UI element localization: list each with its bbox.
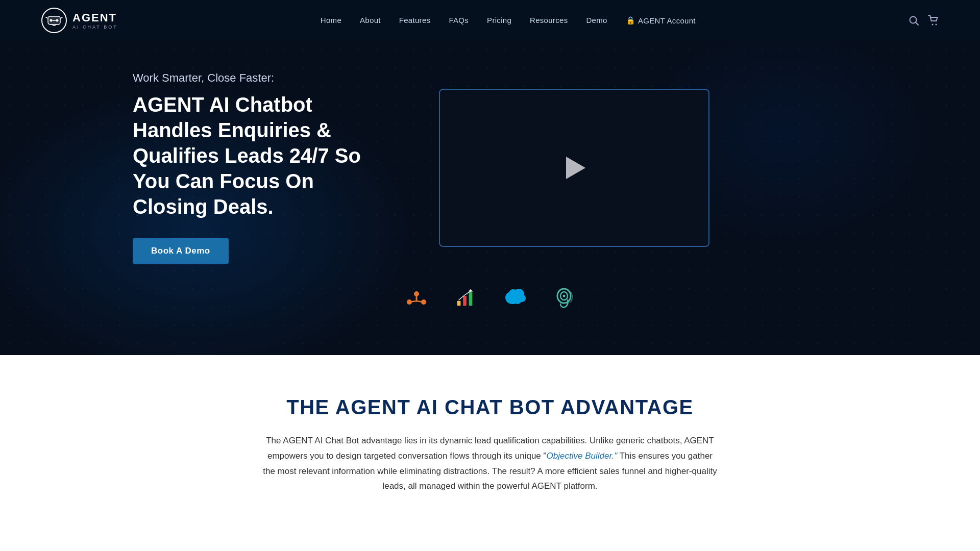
hero-wrapper: Work Smarter, Close Faster: AGENT AI Cha… bbox=[133, 71, 847, 314]
cart-icon bbox=[928, 15, 939, 26]
svg-point-9 bbox=[932, 24, 933, 26]
hero-content: Work Smarter, Close Faster: AGENT AI Cha… bbox=[133, 71, 796, 264]
nav-action-icons bbox=[909, 15, 939, 26]
nav-home[interactable]: Home bbox=[321, 16, 341, 24]
play-button-icon bbox=[566, 157, 585, 179]
nav-about[interactable]: About bbox=[360, 16, 381, 24]
logo[interactable]: AGENT AI CHAT BOT bbox=[41, 7, 118, 34]
hero-subtitle: Work Smarter, Close Faster: bbox=[133, 71, 388, 85]
svg-point-10 bbox=[935, 24, 937, 26]
analytics-icon bbox=[454, 287, 476, 309]
nav-faqs[interactable]: FAQs bbox=[449, 16, 469, 24]
navbar: AGENT AI CHAT BOT Home About Features FA… bbox=[0, 0, 980, 41]
nav-resources[interactable]: Resources bbox=[530, 16, 568, 24]
logo-icon bbox=[41, 7, 67, 34]
search-button[interactable] bbox=[909, 15, 919, 26]
advantage-title: THE AGENT AI CHAT BOT ADVANTAGE bbox=[102, 396, 878, 419]
advantage-body: The AGENT AI Chat Bot advantage lies in … bbox=[260, 433, 720, 494]
svg-line-6 bbox=[60, 17, 62, 18]
objective-builder-link[interactable]: Objective Builder." bbox=[547, 451, 618, 461]
integrations-row bbox=[133, 287, 847, 314]
brand-name: AGENT bbox=[72, 11, 118, 24]
svg-rect-18 bbox=[463, 296, 467, 306]
svg-marker-20 bbox=[469, 289, 473, 292]
lock-icon: 🔒 bbox=[626, 16, 635, 25]
svg-point-2 bbox=[50, 19, 53, 22]
logo-text: AGENT AI CHAT BOT bbox=[72, 11, 118, 30]
svg-point-3 bbox=[56, 19, 59, 22]
nav-features[interactable]: Features bbox=[399, 16, 431, 24]
nav-links: Home About Features FAQs Pricing Resourc… bbox=[321, 16, 696, 25]
salesforce-icon bbox=[502, 289, 527, 307]
svg-line-5 bbox=[46, 17, 48, 18]
account-label: AGENT Account bbox=[638, 16, 696, 25]
nav-account[interactable]: 🔒 AGENT Account bbox=[626, 16, 696, 25]
nav-pricing[interactable]: Pricing bbox=[487, 16, 511, 24]
advantage-section: THE AGENT AI CHAT BOT ADVANTAGE The AGEN… bbox=[0, 355, 980, 524]
ear-icon bbox=[553, 287, 575, 309]
brand-sub: AI CHAT BOT bbox=[72, 24, 118, 30]
hero-text: Work Smarter, Close Faster: AGENT AI Cha… bbox=[133, 71, 388, 264]
svg-rect-19 bbox=[469, 292, 473, 306]
hero-video-area bbox=[439, 89, 709, 247]
hero-title: AGENT AI Chatbot Handles Enquiries & Qua… bbox=[133, 92, 388, 219]
video-player[interactable] bbox=[439, 89, 709, 247]
hubspot-icon bbox=[405, 287, 428, 309]
book-demo-button[interactable]: Book A Demo bbox=[133, 238, 229, 264]
search-icon bbox=[909, 15, 919, 26]
nav-demo[interactable]: Demo bbox=[586, 16, 607, 24]
svg-point-23 bbox=[563, 295, 566, 297]
cart-button[interactable] bbox=[928, 15, 939, 26]
svg-line-8 bbox=[916, 22, 918, 25]
svg-rect-17 bbox=[457, 301, 461, 306]
hero-section: Work Smarter, Close Faster: AGENT AI Cha… bbox=[0, 41, 980, 355]
